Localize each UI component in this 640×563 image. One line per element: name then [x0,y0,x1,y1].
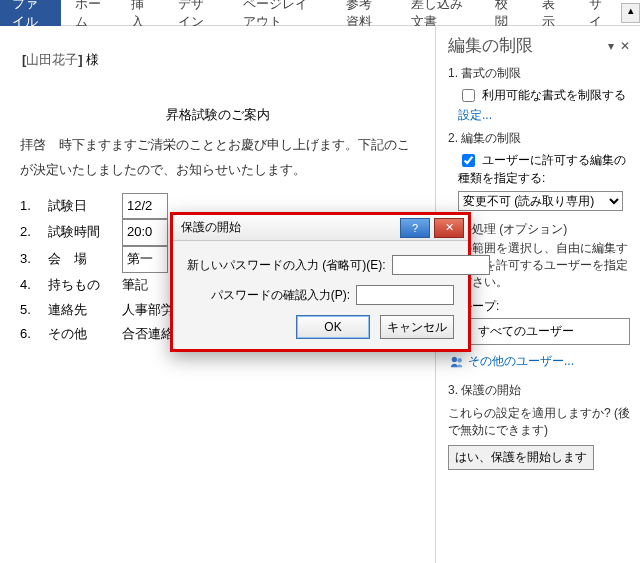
pane-title: 編集の制限 [448,34,533,57]
ribbon: ファイル ホーム 挿入 デザイン ページレイアウト 参考資料 差し込み文書 校閲… [0,0,640,26]
tab-file[interactable]: ファイル [0,0,61,26]
start-protection-dialog: 保護の開始 ? ✕ 新しいパスワードの入力 (省略可)(E): パスワードの確認… [170,212,471,352]
list-number: 3. [20,247,48,272]
new-password-input[interactable] [392,255,490,275]
list-value-field[interactable]: 20:0 [122,219,168,246]
start-protection-button[interactable]: はい、保護を開始します [448,445,594,470]
dialog-body: 新しいパスワードの入力 (省略可)(E): パスワードの確認入力(P): OK … [173,241,468,349]
ribbon-overflow-icon[interactable]: ▴ [621,3,640,23]
apply-question: これらの設定を適用しますか? (後で無効にできます) [448,405,630,439]
dialog-titlebar[interactable]: 保護の開始 ? ✕ [173,215,468,241]
list-number: 5. [20,298,48,323]
section-2-head: 2. 編集の制限 [448,130,630,147]
dialog-close-button[interactable]: ✕ [434,218,464,238]
list-value-field[interactable]: 第一 [122,246,168,273]
tab-mailings[interactable]: 差し込み文書 [397,0,481,26]
list-label: 連絡先 [48,298,122,323]
limit-formatting-checkbox[interactable]: 利用可能な書式を制限する [458,88,626,102]
formatting-settings-link[interactable]: 設定... [458,107,630,124]
tab-design[interactable]: デザイン [164,0,229,26]
svg-point-0 [452,357,457,362]
tab-review[interactable]: 校閲 [481,0,528,26]
tab-page-layout[interactable]: ページレイアウト [229,0,332,26]
svg-point-1 [457,358,461,362]
ok-button[interactable]: OK [296,315,370,339]
section-1-head: 1. 書式の制限 [448,65,630,82]
other-users-link[interactable]: その他のユーザー... [450,353,630,370]
list-label: 試験時間 [48,220,122,245]
limit-formatting-input[interactable] [462,89,475,102]
list-value-field[interactable]: 12/2 [122,193,168,220]
recipient-field[interactable]: [山田花子] 様 [20,46,101,75]
pane-menu-icon[interactable]: ▾ [608,39,614,53]
tab-insert[interactable]: 挿入 [117,0,164,26]
document-paragraph-2: が決定いたしましたので、お知らせいたします。 [20,158,415,183]
other-users-label: その他のユーザー... [468,353,574,370]
list-number: 4. [20,273,48,298]
allow-editing-checkbox[interactable]: ユーザーに許可する編集の種類を指定する: [458,153,626,185]
recipient-name: 山田花子 [26,52,78,67]
tab-view[interactable]: 表示 [528,0,575,26]
list-number: 6. [20,322,48,347]
exceptions-head: 例外処理 (オプション) [448,221,630,238]
tab-home[interactable]: ホーム [61,0,117,26]
pane-close-icon[interactable]: ✕ [620,39,630,53]
cancel-button[interactable]: キャンセル [380,315,454,339]
group-everyone-label: すべてのユーザー [478,323,574,340]
bracket-right-icon: ] [78,52,82,67]
tab-references[interactable]: 参考資料 [332,0,397,26]
list-label: 試験日 [48,194,122,219]
list-number: 2. [20,220,48,245]
group-head: グループ: [448,298,630,315]
document-title: 昇格試験のご案内 [20,103,415,128]
allow-editing-label: ユーザーに許可する編集の種類を指定する: [458,153,626,185]
confirm-password-label: パスワードの確認入力(P): [187,287,356,304]
editing-type-select[interactable]: 変更不可 (読み取り専用) [458,191,623,211]
limit-formatting-label: 利用可能な書式を制限する [482,88,626,102]
section-3-head: 3. 保護の開始 [448,382,630,399]
list-label: 持ちもの [48,273,122,298]
group-box: すべてのユーザー [448,318,630,345]
list-value: 筆記 [122,273,148,298]
list-label: 会 場 [48,247,122,272]
confirm-password-input[interactable] [356,285,454,305]
list-number: 1. [20,194,48,219]
document-paragraph-1: 拝啓 時下ますますご清栄のこととお慶び申し上げます。下記のこ [20,133,415,158]
allow-editing-input[interactable] [462,154,475,167]
users-icon [450,355,464,369]
recipient-suffix: 様 [86,52,99,67]
dialog-title: 保護の開始 [181,219,241,236]
tab-signin-partial[interactable]: サイ [575,0,622,26]
new-password-label: 新しいパスワードの入力 (省略可)(E): [187,257,392,274]
dialog-help-button[interactable]: ? [400,218,430,238]
list-label: その他 [48,322,122,347]
